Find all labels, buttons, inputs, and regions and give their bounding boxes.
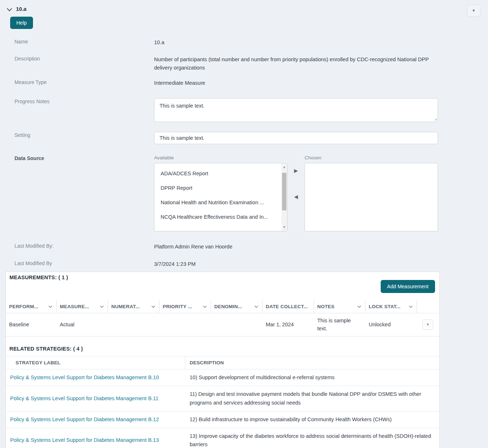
column-header-actions: [417, 300, 439, 313]
measurements-table-header: PERFORM... MEASURE... NUMERAT... PRIORIT…: [6, 300, 439, 313]
strategy-link[interactable]: Policy & Systems Level Support for Diabe…: [10, 416, 159, 422]
cell-notes: This is sample text.: [314, 314, 365, 336]
scrollbar[interactable]: ▲ ▼: [281, 163, 287, 231]
form-row-description: Description Number of participants (tota…: [0, 55, 488, 72]
column-header-measurement[interactable]: MEASURE...: [57, 300, 108, 313]
cell-priority-population: [160, 322, 211, 328]
cell-performance-period: Baseline: [6, 318, 57, 332]
related-strategies-table: STRATEGY LABEL DESCRIPTION Policy & Syst…: [6, 356, 439, 448]
available-column: Available ADA/ADCES Report DPRP Report N…: [154, 155, 288, 231]
form-row-data-source: Data Source Available ADA/ADCES Report D…: [0, 155, 488, 231]
caret-down-icon: ▼: [472, 9, 476, 13]
sort-chevron-icon[interactable]: [409, 304, 413, 309]
available-label: Available: [154, 155, 288, 160]
strategy-link[interactable]: Policy & Systems Level Support for Diabe…: [10, 395, 158, 401]
measurements-panel: MEASUREMENTS: ( 1 ) Add Measurement PERF…: [5, 272, 440, 448]
list-item[interactable]: ADA/ADCES Report: [154, 166, 287, 181]
name-value: 10.a: [154, 38, 164, 47]
table-row: Policy & Systems Level Support for Diabe…: [6, 428, 439, 448]
cell-actions: ▼: [417, 317, 439, 333]
column-header-strategy-label: STRATEGY LABEL: [6, 356, 185, 369]
move-right-icon[interactable]: ▶: [294, 168, 298, 173]
description-value: Number of participants (total number and…: [154, 55, 438, 72]
add-measurement-button[interactable]: Add Measurement: [381, 280, 435, 293]
table-row: Policy & Systems Level Support for Diabe…: [6, 369, 439, 386]
scroll-down-icon[interactable]: ▼: [283, 224, 286, 231]
cell-date-collected: Mar 1, 2024: [262, 318, 314, 332]
chosen-label: Chosen: [305, 155, 438, 160]
column-header-notes[interactable]: NOTES: [314, 300, 365, 313]
column-header-numerator[interactable]: NUMERAT...: [108, 300, 160, 313]
list-item[interactable]: NCQA Healthcare Effectiveness Data and I…: [154, 210, 287, 224]
cell-lock-status: Unlocked: [365, 318, 417, 332]
sort-chevron-icon[interactable]: [357, 304, 361, 309]
sort-chevron-icon[interactable]: [203, 304, 207, 309]
table-row: Policy & Systems Level Support for Diabe…: [6, 411, 439, 428]
strategy-link[interactable]: Policy & Systems Level Support for Diabe…: [10, 437, 159, 443]
caret-down-icon: ▼: [426, 323, 430, 326]
last-modified-user-label: Last Modified By:: [15, 243, 154, 251]
chevron-down-icon[interactable]: [7, 7, 12, 11]
last-modified-date-label: Last Modified By: [15, 260, 154, 268]
form-row-measure-type: Measure Type Intermediate Measure: [0, 79, 488, 87]
data-source-duallist: Available ADA/ADCES Report DPRP Report N…: [154, 155, 438, 231]
strategy-description: 12) Build infrastructure to improve sust…: [185, 411, 439, 428]
measure-type-label: Measure Type: [15, 79, 154, 87]
setting-input[interactable]: [154, 132, 438, 144]
form-row-last-modified-user: Last Modified By: Platform Admin Rene va…: [0, 243, 488, 251]
help-button[interactable]: Help: [10, 17, 33, 29]
table-row: Baseline Actual Mar 1, 2024 This is samp…: [6, 313, 439, 336]
measurements-table: PERFORM... MEASURE... NUMERAT... PRIORIT…: [6, 300, 439, 336]
scroll-up-icon[interactable]: ▲: [283, 164, 286, 171]
move-left-icon[interactable]: ◀: [294, 194, 298, 199]
progress-notes-label: Progress Notes: [15, 98, 154, 122]
column-header-lock-status[interactable]: LOCK STAT...: [365, 300, 417, 313]
section-menu-button[interactable]: ▼: [467, 5, 480, 17]
section-header: 10.a: [0, 0, 488, 12]
column-header-denominator[interactable]: DENOMIN...: [211, 300, 262, 313]
scroll-thumb[interactable]: [282, 173, 286, 210]
form-row-progress-notes: Progress Notes This is sample text.: [0, 98, 488, 122]
strategy-description: 11) Design and test innovative payment m…: [185, 386, 439, 411]
related-strategies-title: RELATED STRATEGIES: ( 4 ): [6, 336, 439, 356]
form-row-last-modified-date: Last Modified By 3/7/2024 1:23 PM: [0, 260, 488, 268]
chosen-listbox[interactable]: [305, 163, 438, 231]
strategies-table-header: STRATEGY LABEL DESCRIPTION: [6, 356, 439, 369]
measurements-title: MEASUREMENTS: ( 1 ): [9, 275, 435, 280]
sort-chevron-icon[interactable]: [151, 304, 156, 309]
data-source-label: Data Source: [15, 155, 154, 231]
available-listbox[interactable]: ADA/ADCES Report DPRP Report National He…: [154, 163, 288, 231]
name-label: Name: [15, 38, 154, 47]
last-modified-date-value: 3/7/2024 1:23 PM: [154, 260, 195, 268]
row-menu-button[interactable]: ▼: [422, 319, 433, 330]
description-label: Description: [15, 55, 154, 72]
strategy-description: 13) Improve capacity of the diabetes wor…: [185, 428, 439, 448]
sort-chevron-icon[interactable]: [100, 304, 104, 309]
column-header-date-collected[interactable]: DATE COLLECT...: [262, 300, 314, 313]
chosen-column: Chosen: [305, 155, 438, 231]
list-item[interactable]: DPRP Report: [154, 181, 287, 195]
last-modified-user-value: Platform Admin Rene van Hoorde: [154, 243, 232, 251]
sort-chevron-icon[interactable]: [48, 304, 53, 309]
measure-detail-form: Name 10.a Description Number of particip…: [0, 38, 488, 268]
sort-chevron-icon[interactable]: [254, 304, 259, 309]
page-title: 10.a: [16, 6, 26, 12]
column-header-description: DESCRIPTION: [185, 356, 439, 369]
setting-label: Setting: [15, 132, 154, 144]
form-row-name: Name 10.a: [0, 38, 488, 47]
cell-measurement-type: Actual: [57, 318, 108, 332]
progress-notes-textarea[interactable]: This is sample text.: [154, 98, 438, 122]
cell-denominator: [211, 322, 262, 328]
table-row: Policy & Systems Level Support for Diabe…: [6, 386, 439, 411]
list-item[interactable]: National Health and Nutrition Examinatio…: [154, 195, 287, 210]
form-row-setting: Setting: [0, 132, 488, 144]
column-header-performance[interactable]: PERFORM...: [6, 300, 57, 313]
cell-numerator: [108, 322, 160, 328]
column-header-priority[interactable]: PRIORITY ...: [160, 300, 211, 313]
strategy-link[interactable]: Policy & Systems Level Support for Diabe…: [10, 374, 159, 380]
strategy-description: 10) Support development of multidirectio…: [185, 369, 439, 386]
move-arrows: ▶ ◀: [288, 155, 305, 231]
measure-type-value: Intermediate Measure: [154, 79, 205, 87]
